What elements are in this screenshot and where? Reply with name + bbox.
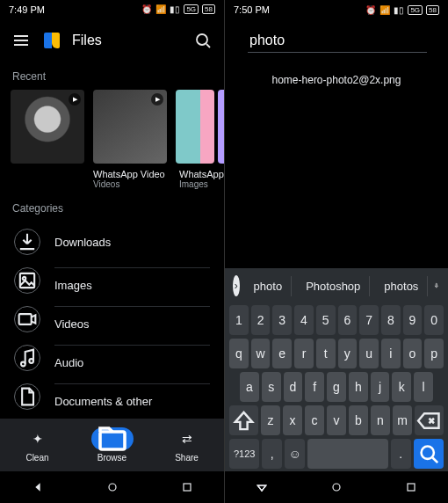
key-6[interactable]: 6 bbox=[338, 305, 358, 335]
category-images[interactable]: Images bbox=[0, 264, 224, 303]
svg-point-5 bbox=[29, 360, 33, 364]
battery-icon: 58 bbox=[426, 5, 439, 15]
recent-card[interactable]: ▶ bbox=[11, 90, 84, 189]
thumbnail[interactable] bbox=[218, 90, 224, 164]
battery-icon: 58 bbox=[202, 4, 215, 14]
backspace-key[interactable] bbox=[415, 405, 444, 435]
key-j[interactable]: j bbox=[371, 372, 390, 402]
category-label: Images bbox=[54, 267, 210, 292]
nav-label: Share bbox=[175, 453, 199, 463]
svg-point-7 bbox=[109, 484, 116, 491]
key-5[interactable]: 5 bbox=[316, 305, 336, 335]
key-7[interactable]: 7 bbox=[359, 305, 379, 335]
key-d[interactable]: d bbox=[284, 372, 303, 402]
card-sub: Images bbox=[179, 179, 224, 189]
category-audio[interactable]: Audio bbox=[0, 341, 224, 380]
key-row: z x c v b n m bbox=[228, 405, 445, 435]
key-i[interactable]: i bbox=[381, 339, 401, 368]
thumbnail[interactable] bbox=[176, 90, 214, 164]
search-enter-key[interactable] bbox=[414, 439, 444, 469]
category-label: Videos bbox=[54, 306, 210, 331]
key-k[interactable]: k bbox=[392, 372, 411, 402]
key-p[interactable]: p bbox=[424, 339, 444, 368]
space-key[interactable] bbox=[307, 439, 388, 469]
search-result[interactable]: home-hero-photo2@2x.png bbox=[225, 62, 448, 98]
shift-key[interactable] bbox=[229, 405, 258, 435]
recent-card[interactable]: WhatsApp Images Images bbox=[218, 90, 224, 189]
recent-card[interactable]: ▶ WhatsApp Video Videos bbox=[93, 90, 167, 189]
key-w[interactable]: w bbox=[251, 339, 271, 368]
nav-browse[interactable]: Browse bbox=[75, 419, 149, 471]
key-n[interactable]: n bbox=[371, 405, 390, 435]
back-key[interactable] bbox=[254, 479, 270, 495]
suggestion[interactable]: Photoshop bbox=[297, 276, 370, 296]
key-f[interactable]: f bbox=[305, 372, 324, 402]
key-2[interactable]: 2 bbox=[251, 305, 271, 335]
search-bar bbox=[225, 19, 448, 62]
nav-clean[interactable]: ✦ Clean bbox=[0, 419, 75, 471]
nav-label: Browse bbox=[98, 453, 126, 463]
key-9[interactable]: 9 bbox=[403, 305, 423, 335]
svg-rect-1 bbox=[20, 273, 34, 288]
back-key[interactable] bbox=[30, 479, 46, 495]
key-o[interactable]: o bbox=[403, 339, 423, 368]
key-1[interactable]: 1 bbox=[229, 305, 249, 335]
video-icon bbox=[14, 306, 40, 332]
key-z[interactable]: z bbox=[261, 405, 280, 435]
card-title: WhatsApp Images bbox=[179, 169, 224, 179]
play-icon: ▶ bbox=[69, 93, 81, 106]
suggestion[interactable]: photo bbox=[245, 276, 293, 296]
recents-key[interactable] bbox=[179, 479, 195, 495]
key-u[interactable]: u bbox=[359, 339, 379, 368]
key-r[interactable]: r bbox=[294, 339, 314, 368]
key-row: ?123 , ☺ . bbox=[228, 439, 445, 469]
period-key[interactable]: . bbox=[391, 439, 411, 469]
symbols-key[interactable]: ?123 bbox=[229, 439, 259, 469]
category-videos[interactable]: Videos bbox=[0, 303, 224, 341]
key-m[interactable]: m bbox=[393, 405, 412, 435]
key-0[interactable]: 0 bbox=[424, 305, 444, 335]
expand-suggestions-icon[interactable]: › bbox=[233, 275, 240, 296]
emoji-key[interactable]: ☺ bbox=[285, 439, 305, 469]
key-e[interactable]: e bbox=[272, 339, 292, 368]
key-s[interactable]: s bbox=[262, 372, 281, 402]
key-3[interactable]: 3 bbox=[272, 305, 292, 335]
key-h[interactable]: h bbox=[349, 372, 368, 402]
thumbnail[interactable]: ▶ bbox=[93, 90, 167, 164]
key-x[interactable]: x bbox=[283, 405, 302, 435]
key-t[interactable]: t bbox=[316, 339, 336, 368]
key-a[interactable]: a bbox=[240, 372, 259, 402]
category-documents[interactable]: Documents & other bbox=[0, 380, 224, 419]
key-4[interactable]: 4 bbox=[294, 305, 314, 335]
app-title: Files bbox=[72, 33, 180, 48]
status-bar: 7:49 PM ⏰ 📶 ▮▯ 5G 58 bbox=[0, 0, 224, 19]
mic-icon[interactable] bbox=[433, 275, 440, 296]
suggestion[interactable]: photos bbox=[375, 276, 428, 296]
svg-rect-9 bbox=[437, 283, 437, 286]
comma-key[interactable]: , bbox=[262, 439, 282, 469]
key-q[interactable]: q bbox=[229, 339, 249, 368]
menu-icon[interactable] bbox=[11, 30, 32, 51]
key-8[interactable]: 8 bbox=[381, 305, 401, 335]
recent-row[interactable]: ▶ ▶ WhatsApp Video Videos WhatsApp Image… bbox=[0, 88, 224, 194]
status-icons: ⏰ 📶 ▮▯ 5G 58 bbox=[365, 5, 439, 15]
search-icon[interactable] bbox=[192, 30, 213, 51]
thumbnail[interactable]: ▶ bbox=[11, 90, 84, 164]
files-logo-icon bbox=[44, 33, 60, 48]
recents-key[interactable] bbox=[403, 479, 419, 495]
nav-share[interactable]: ⇄ Share bbox=[149, 419, 224, 471]
alarm-icon: ⏰ bbox=[365, 5, 376, 15]
key-b[interactable]: b bbox=[349, 405, 368, 435]
key-c[interactable]: c bbox=[305, 405, 324, 435]
category-downloads[interactable]: Downloads bbox=[0, 220, 224, 264]
key-y[interactable]: y bbox=[338, 339, 358, 368]
image-icon bbox=[14, 267, 40, 294]
key-v[interactable]: v bbox=[327, 405, 346, 435]
home-key[interactable] bbox=[329, 479, 344, 495]
home-key[interactable] bbox=[105, 479, 120, 495]
search-input[interactable] bbox=[248, 29, 427, 53]
key-l[interactable]: l bbox=[414, 372, 433, 402]
key-g[interactable]: g bbox=[327, 372, 346, 402]
empty-area bbox=[225, 98, 448, 268]
app-bar: Files bbox=[0, 19, 224, 62]
